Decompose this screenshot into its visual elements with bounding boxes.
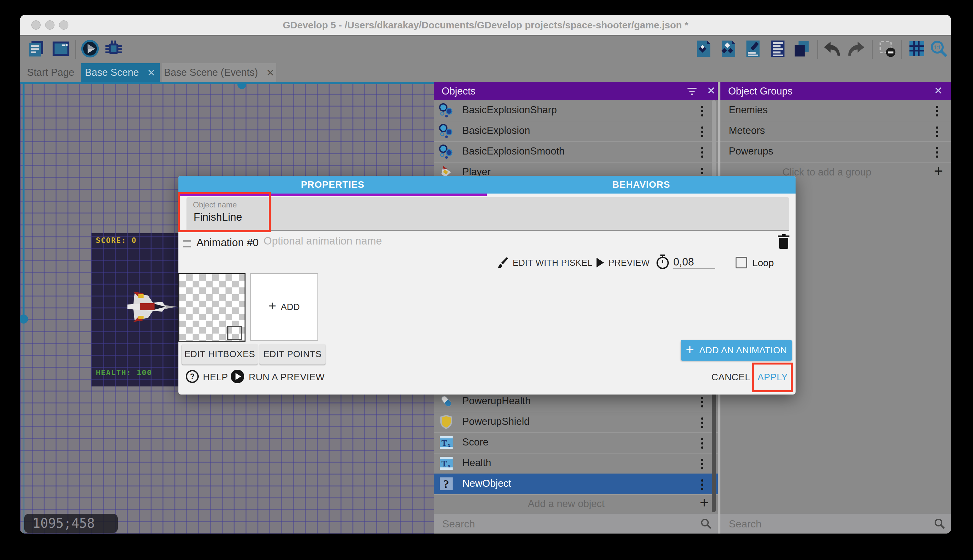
- animation-name-wrapper: [263, 235, 553, 247]
- animation-title: Animation #0: [197, 237, 259, 249]
- row-menu-icon[interactable]: [701, 127, 703, 129]
- score-text-instance[interactable]: SCORE: 0: [96, 236, 137, 245]
- close-icon[interactable]: ✕: [707, 85, 716, 97]
- svg-text:1:1: 1:1: [934, 45, 941, 50]
- row-menu-icon[interactable]: [701, 459, 703, 461]
- objects-search-input[interactable]: [442, 516, 641, 532]
- add-new-object-row[interactable]: Add a new object +: [434, 494, 718, 513]
- objects-panel-header: Objects ✕: [434, 82, 718, 100]
- properties-list-icon[interactable]: [768, 39, 787, 58]
- cancel-button[interactable]: CANCEL: [711, 372, 750, 383]
- objects-editor-icon[interactable]: [694, 39, 713, 58]
- vertical-scrollbar[interactable]: [23, 82, 25, 323]
- group-row[interactable]: Powerups: [720, 141, 951, 163]
- groups-search-input[interactable]: [728, 516, 891, 532]
- svg-text:?: ?: [443, 478, 449, 491]
- object-row[interactable]: BasicExplosionSharp: [434, 100, 718, 121]
- group-label: Enemies: [729, 100, 768, 120]
- main-toolbar: 1:1: [20, 36, 951, 63]
- object-name-field[interactable]: Object name: [187, 197, 789, 231]
- tab-properties[interactable]: PROPERTIES: [178, 176, 487, 193]
- loop-checkbox[interactable]: [736, 257, 747, 268]
- toolbar-divider: [75, 40, 76, 59]
- horizontal-scrollbar[interactable]: [20, 82, 434, 84]
- debugger-icon[interactable]: [104, 39, 123, 58]
- tab-start-page[interactable]: Start Page: [23, 63, 78, 82]
- editor-tab-bar: Start Page Base Scene ✕ Base Scene (Even…: [20, 63, 951, 82]
- row-menu-icon[interactable]: [936, 106, 938, 108]
- panel-title: Object Groups: [728, 85, 793, 97]
- group-row[interactable]: Enemies: [720, 100, 951, 121]
- plus-icon: +: [268, 298, 277, 314]
- add-frame-button[interactable]: + ADD: [250, 273, 318, 341]
- close-icon[interactable]: ✕: [934, 85, 943, 97]
- object-row[interactable]: Tx Health: [434, 453, 718, 474]
- toggle-grid-icon[interactable]: [908, 39, 926, 58]
- row-menu-icon[interactable]: [701, 479, 703, 482]
- tab-behaviors[interactable]: BEHAVIORS: [487, 176, 796, 193]
- player-ship-instance[interactable]: [123, 290, 179, 323]
- object-row[interactable]: Tx Score: [434, 432, 718, 453]
- tab-label: Base Scene: [85, 67, 139, 78]
- add-frame-label: ADD: [281, 302, 300, 312]
- row-menu-icon[interactable]: [936, 127, 938, 129]
- annotation-box-object-name: [178, 192, 271, 232]
- toolbar-divider: [872, 40, 873, 59]
- row-menu-icon[interactable]: [701, 438, 703, 440]
- title-bar: GDevelop 5 - /Users/dkarakay/Documents/G…: [20, 15, 951, 36]
- close-icon[interactable]: ✕: [147, 67, 155, 78]
- object-row[interactable]: PowerupShield: [434, 412, 718, 433]
- zoom-1-1-icon[interactable]: 1:1: [930, 39, 948, 58]
- object-row-selected[interactable]: ? NewObject: [434, 473, 718, 495]
- object-row[interactable]: BasicExplosionSmooth: [434, 141, 718, 163]
- health-text-instance[interactable]: HEALTH: 100: [96, 368, 152, 377]
- text-object-icon: Tx: [438, 435, 454, 450]
- edit-points-button[interactable]: EDIT POINTS: [259, 344, 325, 365]
- run-a-preview-button[interactable]: RUN A PREVIEW: [249, 372, 325, 383]
- object-row[interactable]: BasicExplosion: [434, 121, 718, 142]
- instances-editor-icon[interactable]: [719, 39, 738, 58]
- tab-base-scene[interactable]: Base Scene ✕: [81, 63, 160, 82]
- object-groups-header: Object Groups ✕: [720, 82, 951, 100]
- undo-icon[interactable]: [822, 39, 841, 58]
- project-manager-icon[interactable]: [27, 39, 45, 58]
- object-label: BasicExplosionSmooth: [462, 141, 565, 161]
- group-row[interactable]: Meteors: [720, 121, 951, 142]
- text-object-icon: Tx: [438, 455, 454, 471]
- scene-edit-icon[interactable]: [744, 39, 762, 58]
- animation-name-input[interactable]: [263, 235, 555, 247]
- help-button[interactable]: HELP: [203, 372, 228, 383]
- row-menu-icon[interactable]: [701, 168, 703, 170]
- explosion-icon: [438, 144, 454, 159]
- edit-hitboxes-button[interactable]: EDIT HITBOXES: [182, 344, 258, 365]
- close-icon[interactable]: ✕: [267, 67, 275, 78]
- row-menu-icon[interactable]: [701, 147, 703, 149]
- animation-frame-thumbnail[interactable]: [178, 273, 245, 342]
- layers-icon[interactable]: [792, 39, 811, 58]
- shield-icon: [438, 414, 454, 430]
- row-menu-icon[interactable]: [701, 106, 703, 108]
- row-menu-icon[interactable]: [936, 147, 938, 149]
- question-icon: ?: [438, 476, 454, 492]
- brush-icon: [497, 257, 509, 269]
- cursor-coordinates-badge: 1095;458: [24, 514, 118, 533]
- delete-animation-button[interactable]: [777, 234, 790, 249]
- tab-base-scene-events[interactable]: Base Scene (Events) ✕: [162, 63, 276, 82]
- deselect-instances-icon[interactable]: [878, 39, 896, 58]
- start-page-icon[interactable]: [52, 39, 70, 58]
- row-menu-icon[interactable]: [701, 417, 703, 420]
- preview-button[interactable]: PREVIEW: [608, 258, 650, 268]
- add-animation-button[interactable]: + ADD AN ANIMATION: [681, 340, 792, 361]
- frame-time-input[interactable]: [673, 255, 715, 269]
- object-properties-dialog: PROPERTIES BEHAVIORS Object name Animati…: [178, 176, 796, 395]
- svg-text:?: ?: [190, 372, 195, 381]
- filter-icon[interactable]: [686, 87, 698, 96]
- drag-handle-icon[interactable]: [183, 240, 191, 247]
- row-menu-icon[interactable]: [701, 397, 703, 399]
- run-preview-icon[interactable]: [81, 39, 99, 58]
- redo-icon[interactable]: [848, 39, 866, 58]
- edit-with-piskel-button[interactable]: EDIT WITH PISKEL: [513, 258, 593, 268]
- tab-label: Start Page: [27, 67, 74, 78]
- object-label: PowerupShield: [462, 412, 530, 432]
- object-label: NewObject: [462, 473, 511, 493]
